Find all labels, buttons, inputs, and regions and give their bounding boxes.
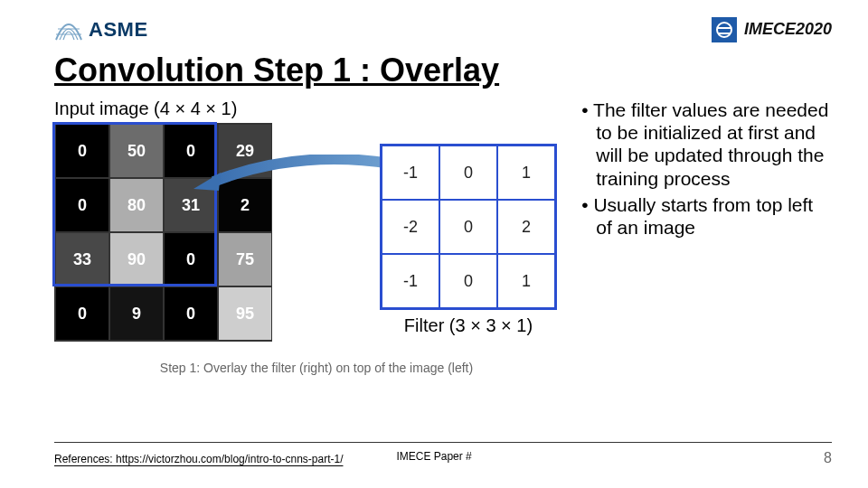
filter-cell: 1 — [497, 254, 555, 308]
filter-cell: 0 — [439, 254, 497, 308]
image-cell: 0 — [164, 232, 218, 286]
image-cell: 95 — [218, 286, 272, 341]
image-cell: 80 — [109, 178, 164, 232]
filter-cell: 0 — [439, 200, 497, 254]
filter-block: -101-202-101 Filter (3 × 3 × 1) — [380, 144, 557, 336]
footer: References: https://victorzhou.com/blog/… — [54, 442, 832, 466]
diagram-area: Input image (4 × 4 × 1) 0500290803123390… — [54, 99, 572, 342]
filter-cell: 0 — [439, 145, 497, 200]
filter-grid: -101-202-101 — [380, 144, 557, 310]
overlay-arrow-icon — [188, 155, 396, 196]
image-cell: 90 — [109, 232, 164, 286]
filter-cell: 2 — [497, 200, 555, 254]
filter-cell: 1 — [497, 145, 555, 200]
image-cell: 75 — [218, 232, 272, 286]
image-cell: 9 — [109, 286, 164, 341]
bullet-item: The filter values are needed to be initi… — [581, 99, 832, 190]
references-url: https://victorzhou.com/blog/intro-to-cnn… — [116, 453, 343, 465]
paper-number-label: IMECE Paper # — [396, 450, 471, 463]
filter-cell: -1 — [382, 254, 439, 308]
slide-header: ASME IMECE2020 — [0, 0, 868, 50]
input-image-label: Input image (4 × 4 × 1) — [54, 99, 572, 119]
image-cell: 0 — [55, 124, 109, 178]
page-number: 8 — [824, 450, 832, 466]
filter-cell: -1 — [382, 145, 439, 200]
imece-logo-icon — [712, 17, 737, 42]
filter-cell: -2 — [382, 200, 439, 254]
slide-title: Convolution Step 1 : Overlay — [0, 50, 868, 95]
filter-label: Filter (3 × 3 × 1) — [380, 315, 557, 336]
asme-text: ASME — [89, 18, 148, 42]
slide: ASME IMECE2020 Convolution Step 1 : Over… — [0, 0, 868, 488]
asme-brand: ASME — [54, 18, 148, 42]
image-cell: 50 — [109, 124, 164, 178]
image-cell: 33 — [55, 232, 109, 286]
slide-body: Input image (4 × 4 × 1) 0500290803123390… — [0, 95, 868, 342]
image-cell: 0 — [55, 286, 109, 341]
globe-icon — [54, 18, 83, 42]
references-prefix: References: — [54, 453, 116, 465]
bullet-list: The filter values are needed to be initi… — [581, 99, 832, 342]
image-cell: 0 — [55, 178, 109, 232]
svg-marker-2 — [193, 173, 221, 191]
step-caption: Step 1: Overlay the filter (right) on to… — [108, 361, 524, 375]
imece-text: IMECE2020 — [744, 20, 832, 39]
image-cell: 0 — [164, 286, 218, 341]
bullet-item: Usually starts from top left of an image — [581, 193, 832, 239]
references: References: https://victorzhou.com/blog/… — [54, 453, 343, 465]
imece-brand: IMECE2020 — [712, 17, 832, 42]
